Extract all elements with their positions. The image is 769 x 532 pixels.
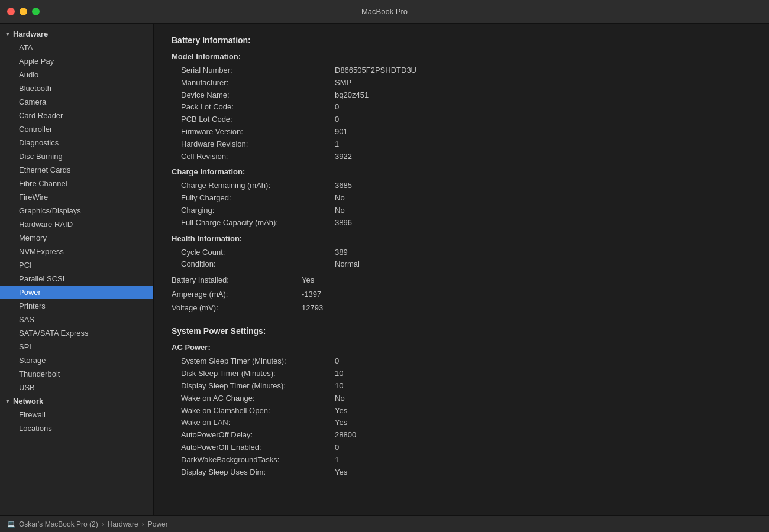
display-sleep-dim-row: Display Sleep Uses Dim: Yes <box>172 466 751 479</box>
voltage-row: Voltage (mV): 12793 <box>172 301 751 314</box>
firmware-row: Firmware Version: 901 <box>172 126 751 138</box>
display-sleep-row: Display Sleep Timer (Minutes): 10 <box>172 380 751 392</box>
statusbar-breadcrumb-power: Power <box>148 520 168 528</box>
sidebar-item-storage[interactable]: Storage <box>0 353 153 367</box>
autopoweroff-enabled-value: 0 <box>335 442 339 454</box>
pack-lot-row: Pack Lot Code: 0 <box>172 101 751 113</box>
health-info-title: Health Information: <box>172 234 751 243</box>
pack-lot-value: 0 <box>335 101 339 113</box>
sidebar-item-controller[interactable]: Controller <box>0 122 153 136</box>
sidebar-item-camera[interactable]: Camera <box>0 95 153 109</box>
sidebar-group-network[interactable]: ▼ Network <box>0 394 153 408</box>
cell-rev-label: Cell Revision: <box>181 151 335 163</box>
sidebar-item-power[interactable]: Power <box>0 286 153 299</box>
condition-value: Normal <box>335 258 360 271</box>
condition-label: Condition: <box>181 258 335 271</box>
amperage-row: Amperage (mA): -1397 <box>172 287 751 301</box>
display-sleep-dim-value: Yes <box>335 466 347 479</box>
display-sleep-dim-label: Display Sleep Uses Dim: <box>181 466 335 479</box>
charging-value: No <box>335 205 345 217</box>
system-sleep-label: System Sleep Timer (Minutes): <box>181 355 335 368</box>
window-controls[interactable] <box>7 8 40 15</box>
autopoweroff-delay-value: 28800 <box>335 429 356 442</box>
full-charge-cap-row: Full Charge Capacity (mAh): 3896 <box>172 217 751 229</box>
sidebar-item-usb[interactable]: USB <box>0 381 153 394</box>
serial-number-row: Serial Number: D866505F2PSHDTD3U <box>172 64 751 77</box>
hardware-rev-row: Hardware Revision: 1 <box>172 138 751 151</box>
close-button[interactable] <box>7 8 15 15</box>
darkwake-value: 1 <box>335 454 339 466</box>
sidebar-item-printers[interactable]: Printers <box>0 299 153 313</box>
system-sleep-row: System Sleep Timer (Minutes): 0 <box>172 355 751 368</box>
cell-rev-row: Cell Revision: 3922 <box>172 151 751 163</box>
sidebar-item-audio[interactable]: Audio <box>0 68 153 82</box>
sidebar-item-fibre-channel[interactable]: Fibre Channel <box>0 177 153 190</box>
sidebar-item-disc-burning[interactable]: Disc Burning <box>0 150 153 163</box>
cycle-count-label: Cycle Count: <box>181 246 335 259</box>
voltage-label: Voltage (mV): <box>172 301 302 314</box>
sidebar-item-sas[interactable]: SAS <box>0 313 153 326</box>
sidebar-item-hardware-raid[interactable]: Hardware RAID <box>0 218 153 231</box>
display-sleep-value: 10 <box>335 380 343 392</box>
model-info-title: Model Information: <box>172 52 751 61</box>
maximize-button[interactable] <box>32 8 40 15</box>
sidebar-item-ata[interactable]: ATA <box>0 41 153 54</box>
charging-label: Charging: <box>181 205 335 217</box>
sidebar-item-memory[interactable]: Memory <box>0 231 153 245</box>
content-area: Battery Information: Model Information: … <box>154 24 769 515</box>
sidebar-item-bluetooth[interactable]: Bluetooth <box>0 82 153 95</box>
sidebar-item-card-reader[interactable]: Card Reader <box>0 109 153 122</box>
system-sleep-value: 0 <box>335 355 339 368</box>
charge-remaining-row: Charge Remaining (mAh): 3685 <box>172 180 751 192</box>
sidebar-group-hardware-label: Hardware <box>13 30 48 38</box>
battery-section-title: Battery Information: <box>172 35 751 45</box>
sidebar-item-spi[interactable]: SPI <box>0 340 153 353</box>
charge-info-title: Charge Information: <box>172 167 751 176</box>
sidebar-item-locations[interactable]: Locations <box>0 421 153 435</box>
main-container: ▼ Hardware ATA Apple Pay Audio Bluetooth… <box>0 24 769 515</box>
disk-sleep-value: 10 <box>335 368 343 380</box>
hardware-rev-label: Hardware Revision: <box>181 138 335 151</box>
display-sleep-label: Display Sleep Timer (Minutes): <box>181 380 335 392</box>
titlebar: MacBook Pro <box>0 0 769 24</box>
statusbar-breadcrumb-hardware: Hardware <box>108 520 138 528</box>
full-charge-cap-label: Full Charge Capacity (mAh): <box>181 217 335 229</box>
fully-charged-label: Fully Charged: <box>181 192 335 205</box>
condition-row: Condition: Normal <box>172 258 751 271</box>
sidebar-item-thunderbolt[interactable]: Thunderbolt <box>0 367 153 381</box>
pcb-lot-value: 0 <box>335 113 339 126</box>
sidebar-item-firewall[interactable]: Firewall <box>0 408 153 421</box>
wake-ac-value: No <box>335 392 345 405</box>
sidebar-item-sata-express[interactable]: SATA/SATA Express <box>0 326 153 340</box>
cycle-count-value: 389 <box>335 246 348 259</box>
sidebar-item-graphics-displays[interactable]: Graphics/Displays <box>0 204 153 218</box>
minimize-button[interactable] <box>20 8 27 15</box>
sidebar-item-parallel-scsi[interactable]: Parallel SCSI <box>0 272 153 286</box>
sidebar-item-nvmexpress[interactable]: NVMExpress <box>0 245 153 258</box>
sidebar-item-firewire[interactable]: FireWire <box>0 190 153 204</box>
sidebar-item-pci[interactable]: PCI <box>0 258 153 272</box>
battery-installed-value: Yes <box>302 273 314 287</box>
manufacturer-row: Manufacturer: SMP <box>172 77 751 89</box>
wake-clamshell-row: Wake on Clamshell Open: Yes <box>172 405 751 417</box>
pack-lot-label: Pack Lot Code: <box>181 101 335 113</box>
autopoweroff-enabled-label: AutoPowerOff Enabled: <box>181 442 335 454</box>
system-power-title: System Power Settings: <box>172 326 751 336</box>
sidebar-item-apple-pay[interactable]: Apple Pay <box>0 54 153 68</box>
sidebar-group-hardware[interactable]: ▼ Hardware <box>0 27 153 41</box>
wake-clamshell-value: Yes <box>335 405 347 417</box>
full-charge-cap-value: 3896 <box>335 217 352 229</box>
sidebar-item-diagnostics[interactable]: Diagnostics <box>0 136 153 150</box>
wake-ac-row: Wake on AC Change: No <box>172 392 751 405</box>
sidebar-item-ethernet-cards[interactable]: Ethernet Cards <box>0 163 153 177</box>
disk-sleep-label: Disk Sleep Timer (Minutes): <box>181 368 335 380</box>
firmware-label: Firmware Version: <box>181 126 335 138</box>
wake-lan-label: Wake on LAN: <box>181 417 335 429</box>
wake-lan-value: Yes <box>335 417 347 429</box>
autopoweroff-delay-label: AutoPowerOff Delay: <box>181 429 335 442</box>
darkwake-row: DarkWakeBackgroundTasks: 1 <box>172 454 751 466</box>
wake-clamshell-label: Wake on Clamshell Open: <box>181 405 335 417</box>
chevron-down-icon-network: ▼ <box>5 398 11 404</box>
manufacturer-label: Manufacturer: <box>181 77 335 89</box>
darkwake-label: DarkWakeBackgroundTasks: <box>181 454 335 466</box>
